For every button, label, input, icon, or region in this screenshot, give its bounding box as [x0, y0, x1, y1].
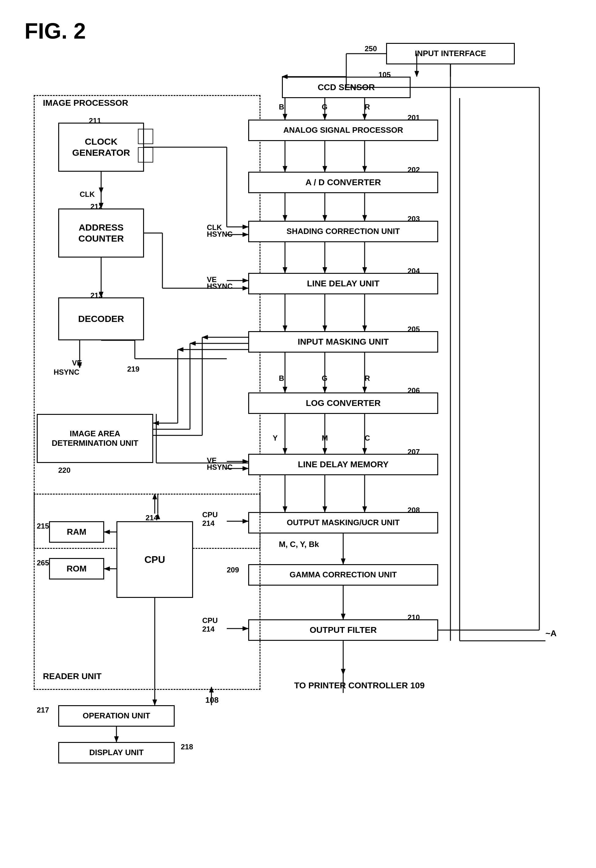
- decoder-box: DECODER: [58, 297, 144, 340]
- svg-marker-43: [323, 325, 327, 331]
- mcybk-label: M, C, Y, Bk: [279, 540, 319, 549]
- ve-decoder-label: VE: [72, 359, 82, 367]
- svg-marker-17: [323, 166, 327, 172]
- ref-219: 219: [127, 365, 139, 373]
- page: FIG. 2 INPUT INTERFACE 250 CCD SENSOR 10…: [0, 0, 596, 868]
- gamma-correction-box: GAMMA CORRECTION UNIT: [248, 564, 438, 586]
- svg-marker-33: [323, 268, 327, 273]
- b-label-ccd: B: [279, 103, 284, 111]
- ref-203: 203: [407, 214, 420, 223]
- svg-marker-53: [283, 387, 287, 392]
- svg-marker-3: [415, 71, 419, 77]
- ref-250: 250: [364, 44, 377, 53]
- g-label-log: G: [322, 374, 328, 383]
- hsync-label-1: HSYNC: [54, 368, 80, 377]
- adc-box: A / D CONVERTER: [248, 172, 438, 193]
- ref-205: 205: [407, 325, 420, 334]
- c-label: C: [364, 434, 370, 442]
- svg-marker-55: [323, 387, 327, 392]
- ref-208: 208: [407, 506, 420, 515]
- ref-207: 207: [407, 448, 420, 456]
- reader-unit-label: READER UNIT: [43, 671, 102, 681]
- image-area-box: IMAGE AREA DETERMINATION UNIT: [37, 414, 153, 463]
- svg-marker-57: [363, 387, 367, 392]
- line-delay-memory-box: LINE DELAY MEMORY: [248, 454, 438, 475]
- ref-108: 108: [205, 695, 218, 705]
- svg-marker-45: [363, 325, 367, 331]
- ref-204: 204: [407, 267, 420, 275]
- clk-label-1: CLK: [80, 190, 95, 199]
- output-masking-box: OUTPUT MASKING/UCR UNIT: [248, 512, 438, 534]
- output-filter-box: OUTPUT FILTER: [248, 620, 438, 641]
- input-interface-box: INPUT INTERFACE: [386, 43, 515, 64]
- ref-201: 201: [407, 114, 420, 122]
- ref-206: 206: [407, 386, 420, 395]
- svg-marker-63: [363, 448, 367, 454]
- svg-marker-122: [153, 700, 157, 705]
- address-counter-box: ADDRESS COUNTER: [58, 208, 144, 257]
- ref-202: 202: [407, 166, 420, 174]
- b-label-log: B: [279, 374, 284, 383]
- svg-marker-19: [363, 166, 367, 172]
- ref-215: 215: [37, 522, 49, 531]
- cpu-box: CPU: [117, 521, 193, 598]
- svg-marker-35: [363, 268, 367, 273]
- ref-217: 217: [37, 706, 49, 714]
- ref-105: 105: [378, 71, 391, 79]
- input-masking-box: INPUT MASKING UNIT: [248, 331, 438, 353]
- svg-marker-77: [341, 559, 345, 564]
- ref-214-arrow: 214: [146, 513, 158, 522]
- shading-box: SHADING CORRECTION UNIT: [248, 221, 438, 242]
- clock-generator-box: CLOCK GENERATOR: [58, 123, 144, 172]
- ref-265: 265: [37, 559, 49, 567]
- cpu-214-label-2: CPU 214: [202, 616, 218, 633]
- svg-marker-7: [323, 114, 327, 120]
- svg-marker-69: [283, 507, 287, 512]
- g-label-ccd: G: [322, 103, 328, 111]
- svg-marker-79: [341, 614, 345, 620]
- svg-marker-59: [283, 448, 287, 454]
- hsync-label-4: HSYNC: [207, 463, 233, 472]
- image-processor-label: IMAGE PROCESSOR: [43, 98, 128, 108]
- svg-marker-21: [283, 215, 287, 221]
- operation-unit-box: OPERATION UNIT: [58, 705, 175, 727]
- svg-marker-73: [363, 507, 367, 512]
- svg-marker-9: [363, 114, 367, 120]
- y-label: Y: [273, 434, 277, 442]
- svg-marker-31: [283, 268, 287, 273]
- diagram: INPUT INTERFACE 250 CCD SENSOR 105 IMAGE…: [18, 37, 576, 849]
- hsync-label-2: HSYNC: [207, 230, 233, 238]
- svg-marker-23: [323, 215, 327, 221]
- svg-marker-124: [114, 736, 119, 742]
- ref-220: 220: [58, 466, 71, 475]
- to-printer-label: TO PRINTER CONTROLLER 109: [294, 681, 425, 691]
- svg-marker-61: [323, 448, 327, 454]
- r-label-log: R: [364, 374, 370, 383]
- ref-212: 212: [90, 203, 103, 211]
- m-label: M: [322, 434, 328, 442]
- ref-210: 210: [407, 613, 420, 622]
- rom-box: ROM: [49, 558, 104, 580]
- ref-a-label: ~A: [546, 628, 557, 638]
- svg-marker-5: [283, 114, 287, 120]
- log-converter-box: LOG CONVERTER: [248, 392, 438, 414]
- ref-218: 218: [181, 742, 193, 751]
- ref-211: 211: [89, 117, 101, 125]
- cpu-214-label-1: CPU 214: [202, 510, 218, 528]
- svg-marker-25: [363, 215, 367, 221]
- line-delay-unit-box: LINE DELAY UNIT: [248, 273, 438, 294]
- hsync-label-3: HSYNC: [207, 282, 233, 291]
- svg-marker-87: [341, 669, 345, 674]
- asp-box: ANALOG SIGNAL PROCESSOR: [248, 120, 438, 141]
- svg-marker-71: [323, 507, 327, 512]
- ram-box: RAM: [49, 521, 104, 543]
- r-label-ccd: R: [364, 103, 370, 111]
- ref-213: 213: [90, 291, 103, 300]
- display-unit-box: DISPLAY UNIT: [58, 742, 175, 763]
- svg-marker-15: [283, 166, 287, 172]
- ccd-sensor-box: CCD SENSOR: [282, 77, 411, 98]
- svg-marker-41: [283, 325, 287, 331]
